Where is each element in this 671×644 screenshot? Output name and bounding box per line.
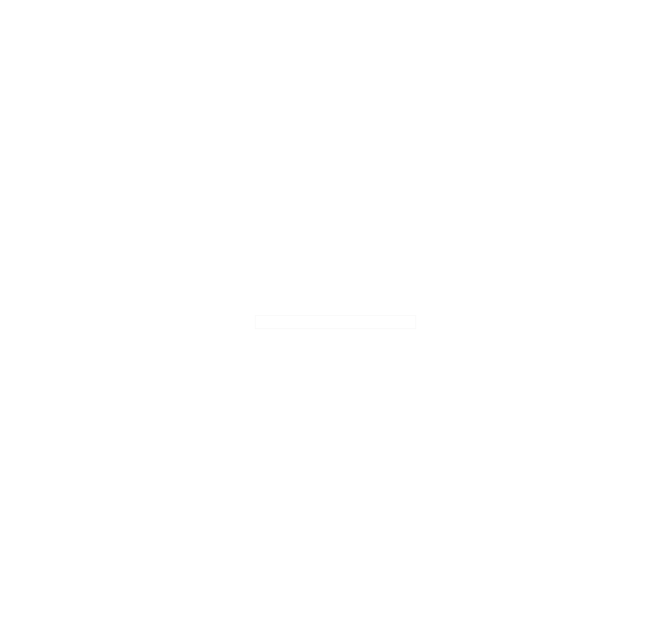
chart-body — [302, 321, 408, 322]
y-labels — [263, 321, 302, 322]
chart-container — [255, 315, 416, 329]
chart-area — [263, 321, 408, 322]
